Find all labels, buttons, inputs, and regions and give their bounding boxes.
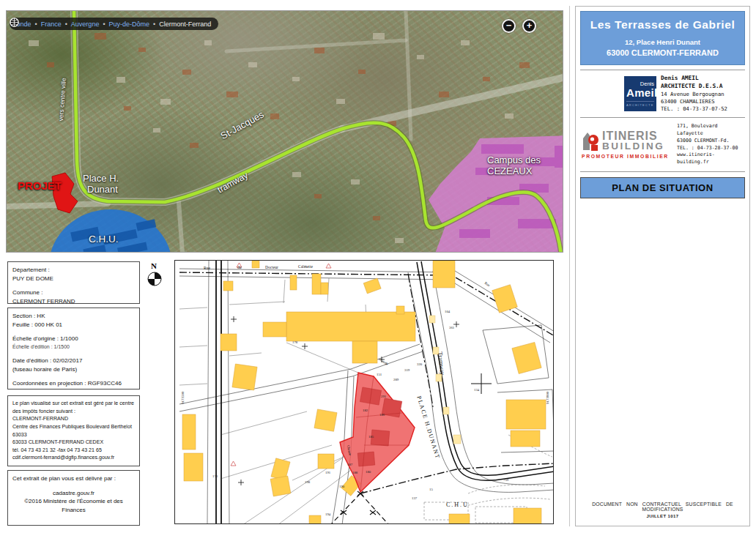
info-line: Feuille : 000 HK 01	[12, 321, 135, 329]
info-line: Date d'édition : 02/02/2017	[12, 357, 135, 365]
cadastral-plan-graphics	[175, 261, 554, 524]
parcel-number: 173	[212, 475, 218, 479]
info-line: Échelle d'origine : 1/1000	[12, 335, 135, 343]
info-line: Centre des Finances Publiques Boulevard …	[12, 423, 135, 431]
info-line: Département :	[12, 266, 135, 275]
title-block-panel: Les Terrasses de Gabriel 12, Place Henri…	[575, 6, 750, 526]
contact-line: 14 Avenue Bergougnan	[661, 91, 727, 98]
campus-cezeaux-label-2: CEZEAUX	[487, 166, 532, 176]
chu-plan-label: C.H.U	[446, 502, 469, 508]
parcel-number: 186	[379, 414, 385, 417]
architect-block: Denis Ameil ARCHITECTE Denis AMEILARCHIT…	[580, 70, 745, 118]
architect-logo: Denis Ameil ARCHITECTE	[624, 76, 656, 111]
parcel-number: 194	[325, 513, 330, 517]
footer-date: JUILLET 1017	[580, 514, 745, 518]
breadcrumb-item-auvergne[interactable]: Auvergne	[71, 20, 100, 28]
parcel-number: 291	[381, 395, 386, 399]
parcel-number: 188	[352, 471, 357, 475]
breadcrumb-item-clermont-ferrand: Clermont-Ferrand	[159, 20, 211, 28]
street-label-docteur: Docteur	[265, 266, 278, 270]
street-label-rue: Rue	[204, 266, 210, 271]
info-line	[12, 483, 135, 489]
parcel-number: 182	[363, 409, 368, 413]
contact-line: TEL. : 04-73-37-07-52	[661, 105, 727, 113]
info-line: CLERMONT-FERRAND	[12, 415, 135, 423]
parcel-number: 191	[325, 471, 330, 475]
north-label: N	[151, 261, 157, 270]
breadcrumb-separator: •	[65, 20, 67, 28]
plan-type-label: PLAN DE SITUATION	[580, 177, 745, 198]
parcel-number: 289	[393, 379, 399, 382]
info-line: Échelle d'édition : 1/1500	[12, 343, 135, 351]
globe-icon	[10, 18, 19, 27]
parcel-number: 137	[412, 497, 417, 501]
info-line: tél. 04 73 43 21 32 -fax 04 73 43 21 65	[12, 447, 135, 455]
info-line: Cet extrait de plan vous est délivré par…	[12, 474, 135, 483]
zoom-out-button[interactable]: −	[502, 19, 516, 33]
promoter-details: 171, Boulevard Lafayette63000 CLERMONT-F…	[677, 123, 744, 166]
info-line	[12, 283, 135, 288]
info-line: cdif.clermont-ferrand@dgfip.finances.gou…	[12, 454, 135, 462]
promoter-name2: BUILDING	[602, 142, 664, 151]
north-compass: N	[145, 261, 164, 291]
info-line: Coordonnées en projection : RGF93CC46	[12, 379, 135, 388]
contact-line: www.itineris-building.fr	[677, 152, 744, 166]
parcel-number: 198	[305, 481, 310, 485]
info-line: (fuseau horaire de Paris)	[12, 365, 135, 374]
info-line: CLERMONT FERRAND	[12, 297, 135, 306]
parcel-number: 320	[417, 363, 422, 367]
campus-cezeaux-label: Campus des	[487, 155, 541, 165]
parcel-number: 178	[292, 341, 297, 345]
panel-divider	[569, 6, 570, 526]
contact-line: 171, Boulevard Lafayette	[677, 123, 744, 138]
info-line: ©2016 Ministère de l'Économie et des Fin…	[12, 497, 135, 514]
parcel-number: 319	[404, 369, 410, 373]
parcel-number: 187	[347, 463, 352, 467]
parcel-number: 104	[445, 310, 450, 314]
chu-zone-overlay	[49, 209, 172, 253]
contact-line: 63400 CHAMALIERES	[661, 98, 727, 105]
breadcrumb-separator: •	[103, 20, 105, 28]
architect-details: Denis AMEILARCHITECTE D.E.S.A14 Avenue B…	[661, 74, 727, 113]
place-h-dunant-label: Place H.	[83, 174, 119, 183]
breadcrumb-item-france[interactable]: France	[41, 20, 62, 28]
project-city: 63000 CLERMONT-FERRAND	[582, 48, 743, 57]
architect-logo-caption: ARCHITECTE	[626, 101, 654, 107]
delivrance-box: Cet extrait de plan vous est délivré par…	[7, 470, 140, 526]
breadcrumb: Monde•France•Auvergne•Puy-de-Dôme•Clermo…	[10, 18, 218, 30]
chu-zone-label: C.H.U.	[89, 234, 119, 245]
departement-commune-box: Département :PUY DE DOMECommune :CLERMON…	[7, 261, 140, 304]
info-line: cadastre.gouv.fr	[12, 489, 135, 498]
section-echelle-box: Section : HKFeuille : 000 HK 01Échelle d…	[7, 308, 140, 390]
parcel-number: 185	[368, 436, 374, 439]
street-label-du: du	[237, 266, 242, 270]
centre-impots-box: Le plan visualisé sur cet extrait est gé…	[7, 395, 140, 466]
contact-line: Denis AMEIL	[661, 74, 727, 82]
itineris-logo-icon	[582, 131, 599, 152]
info-line: PUY DE DOME	[12, 275, 135, 283]
promoter-logo: ITINERIS BUILDING PROMOTEUR IMMOBILIER	[582, 131, 671, 159]
breadcrumb-item-puy-de-d-me[interactable]: Puy-de-Dôme	[109, 20, 150, 28]
parcel-number: 361	[449, 327, 454, 330]
parcel-number: 15	[429, 488, 433, 492]
info-line: Commune :	[12, 288, 135, 297]
grid-coordinate-right: 9173800	[546, 392, 549, 405]
info-line: 63033 CLERMONT-FERRAND CEDEX	[12, 439, 135, 447]
aerial-map-graphics	[7, 11, 563, 253]
info-line: 63033	[12, 431, 135, 439]
place-h-dunant-label-2: Dunant	[87, 184, 118, 194]
parcel-number: 151	[377, 373, 382, 377]
parcel-number: 134	[474, 389, 479, 392]
promoter-block: ITINERIS BUILDING PROMOTEUR IMMOBILIER 1…	[580, 118, 745, 172]
street-label-calmette: Calmette	[298, 265, 313, 269]
zoom-in-button[interactable]: +	[522, 19, 536, 33]
aerial-map-panel[interactable]: vers centre villeSt-JacquestramwayPlace …	[6, 10, 563, 253]
tramway-track-label: Tramway	[437, 351, 446, 376]
breadcrumb-separator: •	[35, 20, 37, 28]
contact-line: TEL. : 04-73-28-37-00	[677, 145, 744, 152]
info-line	[12, 373, 135, 379]
info-line	[12, 329, 135, 335]
parcel-number: 190	[339, 485, 344, 489]
info-line: Section : HK	[12, 312, 135, 321]
project-title: Les Terrasses de Gabriel	[582, 18, 743, 31]
